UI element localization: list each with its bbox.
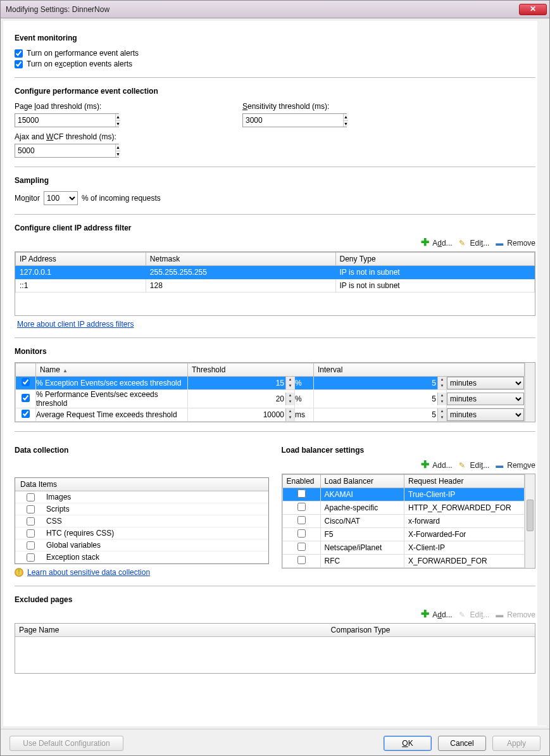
interval-input[interactable] [314,377,437,389]
spin-down-icon[interactable]: ▼ [116,151,120,158]
lb-row[interactable]: RFCX_FORWARDED_FOR [282,555,525,568]
data-item-checkbox[interactable] [27,529,35,538]
ip-row[interactable]: 127.0.0.1255.255.255.255IP is not in sub… [16,266,535,279]
monitor-checkbox[interactable] [22,410,30,418]
perf-alerts-checkbox[interactable] [15,49,23,58]
monitor-row[interactable]: % Performance Events/sec exceeds thresho… [16,390,525,408]
data-item-checkbox[interactable] [27,493,35,501]
lb-col-enabled[interactable]: Enabled [282,475,320,488]
monitors-scrollbar[interactable] [525,363,535,422]
threshold-input[interactable] [188,408,285,421]
ex-add-button[interactable]: ✚Add... [421,610,452,619]
section-sampling-title: Sampling [15,176,535,185]
lb-row[interactable]: Apache-specificHTTP_X_FORWARDED_FOR [282,501,525,515]
ajax-label: Ajax and WCF threshold (ms): [15,132,217,141]
lb-row[interactable]: F5X-Forwarded-For [282,528,525,541]
page-load-input[interactable] [15,114,115,127]
lb-enabled-checkbox[interactable] [297,556,306,564]
interval-unit-select[interactable]: minutes [447,408,524,421]
lb-col-lb[interactable]: Load Balancer [320,475,404,488]
lb-remove-button[interactable]: ▬Remove [496,461,535,470]
mon-col-threshold[interactable]: Threshold [188,363,314,377]
mon-col-interval[interactable]: Interval [314,363,525,377]
data-item-label: HTC (requires CSS) [46,529,114,538]
mon-col-name[interactable]: Name▲ [36,363,188,377]
page-load-label: Page load threshold (ms): [15,102,217,111]
spin-up-icon[interactable]: ▲ [116,144,120,151]
cancel-button[interactable]: Cancel [438,736,486,751]
lb-scrollbar[interactable] [525,474,535,568]
sensitivity-spinner[interactable]: ▲▼ [242,113,347,127]
learn-data-collection-link[interactable]: Learn about sensitive data collection [27,568,150,577]
ip-col-mask[interactable]: Netmask [146,253,335,266]
lb-enabled-checkbox[interactable] [297,529,306,538]
page-load-spinner[interactable]: ▲▼ [15,113,119,127]
spin-down-icon[interactable]: ▼ [116,121,120,127]
ok-button[interactable]: OK [384,736,432,751]
ex-col-comp[interactable]: Comparison Type [327,624,535,637]
close-button[interactable]: ✕ [519,4,547,15]
interval-unit-select[interactable]: minutes [447,393,524,405]
data-item-label: Images [46,493,71,501]
monitor-checkbox[interactable] [22,378,30,386]
data-item-checkbox[interactable] [27,505,35,513]
sampling-select[interactable]: 100 [44,191,78,205]
main-scrollbar[interactable] [537,20,547,726]
ip-row[interactable]: ::1128IP is not in subnet [16,279,535,293]
interval-unit-select[interactable]: minutes [447,377,524,389]
data-item-row[interactable]: Exception stack [15,551,268,564]
monitors-grid: Name▲ Threshold Interval % Exception Eve… [15,362,535,422]
mon-col-check[interactable] [16,363,36,377]
spin-up-icon[interactable]: ▲ [344,114,348,121]
monitor-row[interactable]: % Exception Events/sec exceeds threshold… [16,377,525,390]
interval-input[interactable] [314,408,437,421]
section-data-collection-title: Data collection [15,446,269,455]
lb-enabled-checkbox[interactable] [297,503,306,511]
data-item-row[interactable]: Images [15,491,268,503]
data-item-checkbox[interactable] [27,553,35,562]
threshold-input[interactable] [188,377,285,389]
spin-up-icon[interactable]: ▲ [116,114,120,121]
ajax-input[interactable] [15,144,115,157]
section-monitors-title: Monitors [15,347,535,356]
sampling-suffix: % of incoming requests [82,194,161,203]
lb-add-button[interactable]: ✚Add... [421,461,452,470]
ip-add-button[interactable]: ✚Add... [421,239,452,248]
spin-down-icon[interactable]: ▼ [344,121,348,127]
ip-edit-button[interactable]: ✎Edit... [459,239,490,248]
data-item-row[interactable]: HTC (requires CSS) [15,527,268,539]
section-excluded-title: Excluded pages [15,595,535,604]
data-item-row[interactable]: CSS [15,515,268,527]
ajax-spinner[interactable]: ▲▼ [15,144,119,158]
monitor-checkbox[interactable] [22,394,30,402]
monitor-row[interactable]: Average Request Time exceeds threshold▲▼… [16,408,525,422]
excluded-grid: Page Name Comparison Type [15,623,535,674]
ip-col-deny[interactable]: Deny Type [335,253,534,266]
lb-col-header[interactable]: Request Header [404,475,525,488]
ip-col-ip[interactable]: IP Address [16,253,146,266]
lb-enabled-checkbox[interactable] [297,489,306,498]
data-item-row[interactable]: Scripts [15,503,268,515]
lb-row[interactable]: Netscape/iPlanetX-Client-IP [282,541,525,555]
section-perf-title: Configure performance event collection [15,87,535,96]
lb-row[interactable]: Cisco/NATx-forward [282,515,525,528]
lb-edit-button[interactable]: ✎Edit... [459,461,490,470]
ex-col-page[interactable]: Page Name [15,624,327,637]
data-item-checkbox[interactable] [27,517,35,526]
lb-row[interactable]: AKAMAITrue-Client-IP [282,488,525,501]
ip-remove-button[interactable]: ▬Remove [496,239,535,248]
threshold-input[interactable] [188,393,285,405]
data-item-label: Scripts [46,505,70,513]
ip-filter-more-link[interactable]: More about client IP address filters [17,320,134,329]
pencil-icon: ✎ [459,610,468,619]
data-item-row[interactable]: Global variables [15,539,268,551]
plus-icon: ✚ [421,239,430,248]
use-default-button: Use Default Configuration [9,736,123,751]
exc-alerts-checkbox[interactable] [15,60,23,68]
data-item-checkbox[interactable] [27,541,35,550]
warning-icon: ! [15,568,23,577]
sensitivity-input[interactable] [243,114,343,127]
interval-input[interactable] [314,393,437,405]
lb-enabled-checkbox[interactable] [297,516,306,524]
lb-enabled-checkbox[interactable] [297,543,306,551]
